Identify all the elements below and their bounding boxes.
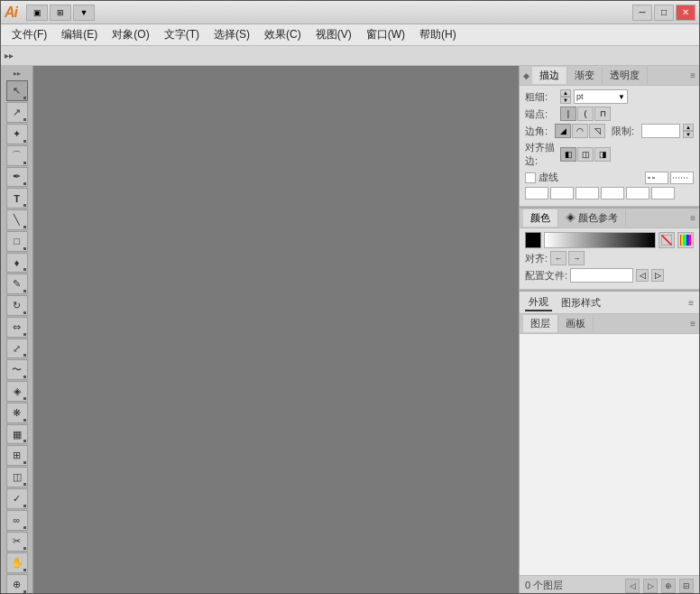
menu-help[interactable]: 帮助(H) bbox=[412, 25, 464, 44]
stroke-weight-spinner: ▲ ▼ bbox=[560, 89, 571, 104]
menu-object[interactable]: 对象(O) bbox=[105, 25, 156, 44]
pencil-tool-btn[interactable]: ✎ bbox=[6, 274, 28, 294]
color-align-left-btn[interactable]: ← bbox=[550, 251, 566, 265]
direct-selection-tool-btn[interactable]: ↗ bbox=[6, 102, 28, 123]
color-align-buttons: ← → bbox=[550, 251, 585, 265]
lasso-tool-btn[interactable]: ⌒ bbox=[6, 145, 28, 166]
hand-tool-btn[interactable]: ✋ bbox=[6, 552, 28, 573]
layers-footer-btn-2[interactable]: ▷ bbox=[643, 579, 658, 593]
sub-toolbar: ▸▸ bbox=[1, 46, 699, 66]
tab-color-guide[interactable]: ◈ 颜色参考 bbox=[558, 209, 626, 227]
color-none-btn[interactable] bbox=[659, 232, 675, 248]
align-outside-btn[interactable]: ◨ bbox=[594, 147, 611, 162]
title-bar: Ai ▣ ⊞ ▼ ─ □ ✕ bbox=[1, 1, 699, 24]
mesh-tool-btn[interactable]: ⊞ bbox=[6, 445, 28, 466]
menu-effect[interactable]: 效果(C) bbox=[257, 25, 309, 44]
warp-tool-btn[interactable]: 〜 bbox=[6, 359, 28, 380]
stroke-endpoint-row: 端点: | ( ⊓ bbox=[525, 107, 694, 121]
toolbar-expand-icon[interactable]: ▸▸ bbox=[5, 70, 30, 78]
dashed-checkbox[interactable] bbox=[525, 172, 536, 183]
symbol-tool-btn[interactable]: ❋ bbox=[6, 403, 28, 423]
corner-miter-btn[interactable]: ◢ bbox=[555, 124, 571, 138]
maximize-button[interactable]: □ bbox=[654, 5, 674, 21]
align-inside-btn[interactable]: ◧ bbox=[560, 147, 576, 162]
layers-footer-btn-1[interactable]: ◁ bbox=[625, 579, 640, 593]
eyedropper-tool-btn[interactable]: ✓ bbox=[6, 488, 28, 509]
scissor-tool-btn[interactable]: ✂ bbox=[6, 532, 28, 552]
gap-input-1[interactable] bbox=[550, 187, 574, 200]
gap-input-2[interactable] bbox=[601, 187, 624, 200]
dash-input-2[interactable] bbox=[576, 187, 599, 200]
color-slider[interactable] bbox=[544, 232, 656, 248]
doc-btn-3[interactable]: ▼ bbox=[73, 5, 95, 21]
rotate-tool-btn[interactable]: ↻ bbox=[6, 295, 28, 316]
blend2-tool-btn[interactable]: ∞ bbox=[6, 510, 28, 531]
layers-footer-btn-3[interactable]: ⊕ bbox=[661, 579, 676, 593]
align-center-btn[interactable]: ◫ bbox=[577, 147, 594, 162]
color-align-right-btn[interactable]: → bbox=[568, 251, 585, 265]
zoom-tool-btn[interactable]: ⊕ bbox=[6, 574, 28, 594]
tab-stroke[interactable]: 描边 bbox=[532, 67, 567, 84]
dash-pattern-1-btn[interactable] bbox=[645, 172, 668, 184]
doc-btn-1[interactable]: ▣ bbox=[26, 5, 48, 21]
gradient-tool-btn[interactable]: ◫ bbox=[6, 467, 28, 487]
menu-window[interactable]: 窗口(W) bbox=[359, 25, 412, 44]
doc-btn-2[interactable]: ⊞ bbox=[50, 5, 71, 21]
gap-input-3[interactable] bbox=[651, 187, 675, 200]
selection-tool-btn[interactable]: ↖ bbox=[6, 80, 28, 101]
menu-select[interactable]: 选择(S) bbox=[207, 25, 257, 44]
stroke-panel-menu-icon[interactable]: ≡ bbox=[690, 70, 695, 80]
canvas-area[interactable] bbox=[33, 66, 519, 594]
dash-input-3[interactable] bbox=[626, 187, 649, 200]
placement-input[interactable] bbox=[570, 268, 633, 283]
placement-icon-2[interactable]: ▷ bbox=[651, 269, 664, 282]
color-none-icon bbox=[661, 235, 672, 246]
tab-color[interactable]: 颜色 bbox=[523, 209, 558, 227]
tab-transparency[interactable]: 透明度 bbox=[603, 67, 648, 84]
color-swatch[interactable] bbox=[525, 232, 541, 248]
menu-file[interactable]: 文件(F) bbox=[5, 25, 54, 44]
stroke-limit-input[interactable] bbox=[641, 124, 680, 138]
stroke-weight-dropdown[interactable]: pt ▼ bbox=[574, 89, 628, 104]
color-swatch-row bbox=[525, 232, 694, 248]
stroke-limit-down[interactable]: ▼ bbox=[683, 131, 694, 138]
corner-round-btn[interactable]: ◠ bbox=[572, 124, 588, 138]
placement-icon-1[interactable]: ◁ bbox=[636, 269, 649, 282]
line-tool-btn[interactable]: ╲ bbox=[6, 209, 28, 230]
layers-footer-btn-4[interactable]: ⊟ bbox=[679, 579, 694, 593]
tab-gradient[interactable]: 渐变 bbox=[567, 67, 603, 84]
stroke-limit-up[interactable]: ▲ bbox=[683, 124, 694, 131]
tab-artboard[interactable]: 画板 bbox=[558, 315, 594, 332]
graph-tool-btn[interactable]: ▦ bbox=[6, 424, 28, 445]
menu-view[interactable]: 视图(V) bbox=[309, 25, 359, 44]
paintbrush-tool-btn[interactable]: ♦ bbox=[6, 253, 28, 274]
endpoint-square-btn[interactable]: ⊓ bbox=[594, 107, 611, 121]
layers-content[interactable] bbox=[520, 334, 699, 575]
close-button[interactable]: ✕ bbox=[676, 5, 695, 21]
corner-bevel-btn[interactable]: ◹ bbox=[589, 124, 605, 138]
reflect-tool-btn[interactable]: ⇔ bbox=[6, 317, 28, 338]
rect-tool-btn[interactable]: □ bbox=[6, 231, 28, 252]
color-panel-menu-icon[interactable]: ≡ bbox=[690, 213, 695, 223]
svg-rect-4 bbox=[680, 235, 691, 246]
tab-appearance[interactable]: 外观 bbox=[525, 294, 552, 311]
stroke-weight-up[interactable]: ▲ bbox=[560, 89, 571, 97]
pen-tool-btn[interactable]: ✒ bbox=[6, 167, 28, 188]
minimize-button[interactable]: ─ bbox=[632, 5, 652, 21]
color-spectrum-btn[interactable] bbox=[677, 232, 694, 248]
tab-layers[interactable]: 图层 bbox=[523, 315, 558, 332]
tab-graphic-styles[interactable]: 图形样式 bbox=[557, 295, 604, 311]
magic-wand-tool-btn[interactable]: ✦ bbox=[6, 124, 28, 144]
layers-panel-menu-icon[interactable]: ≡ bbox=[690, 319, 695, 329]
blend-tool-btn[interactable]: ◈ bbox=[6, 381, 28, 402]
appearance-panel-menu-icon[interactable]: ≡ bbox=[688, 298, 694, 308]
type-tool-btn[interactable]: T bbox=[6, 188, 28, 209]
menu-type[interactable]: 文字(T) bbox=[157, 25, 207, 44]
stroke-weight-down[interactable]: ▼ bbox=[560, 97, 571, 104]
dash-pattern-2-btn[interactable] bbox=[670, 172, 694, 184]
dash-input-1[interactable] bbox=[525, 187, 548, 200]
endpoint-butt-btn[interactable]: | bbox=[560, 107, 576, 121]
scale-tool-btn[interactable]: ⤢ bbox=[6, 339, 28, 359]
menu-edit[interactable]: 编辑(E) bbox=[54, 25, 105, 44]
endpoint-round-btn[interactable]: ( bbox=[577, 107, 594, 121]
